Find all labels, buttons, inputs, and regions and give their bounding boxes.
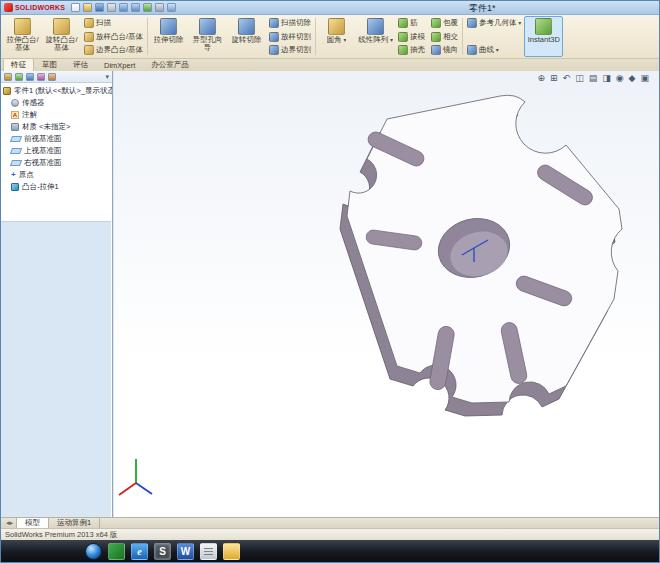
curves-icon (467, 45, 477, 55)
tab-sketch[interactable]: 草图 (34, 58, 65, 71)
draft-icon (398, 32, 408, 42)
start-button[interactable] (85, 543, 102, 560)
quick-access-toolbar (71, 3, 176, 12)
intersect-button[interactable]: 相交 (430, 32, 459, 42)
save-icon[interactable] (95, 3, 104, 12)
part-icon (3, 87, 11, 95)
titlebar: SOLIDWORKS 零件1* (1, 1, 660, 15)
solidworks-icon[interactable]: S (154, 543, 171, 560)
tab-model[interactable]: 模型 (16, 518, 49, 528)
boss-extrude-tree-icon (11, 183, 19, 191)
tree-item-annotations[interactable]: 注解 (3, 109, 112, 121)
reference-geometry-button[interactable]: 参考几何体 (466, 18, 522, 28)
hole-wizard-icon (199, 18, 216, 35)
extruded-boss-button[interactable]: 拉伸凸台/基体 (3, 16, 42, 57)
tree-item-sensors[interactable]: 传感器 (3, 97, 112, 109)
lofted-cut-button[interactable]: 放样切割 (268, 32, 312, 42)
solidworks-menu-button[interactable]: SOLIDWORKS (4, 3, 65, 12)
hole-wizard-button[interactable]: 异型孔向导 (188, 16, 227, 57)
options-icon[interactable] (155, 3, 164, 12)
word-icon[interactable]: W (177, 543, 194, 560)
curves-button[interactable]: 曲线 (466, 45, 522, 55)
dimxpertmanager-icon[interactable] (37, 73, 45, 81)
notepad-icon[interactable] (200, 543, 217, 560)
swept-cut-button[interactable]: 扫描切除 (268, 18, 312, 28)
boundary-boss-button[interactable]: 边界凸台/基体 (83, 45, 144, 55)
mirror-button[interactable]: 镜向 (430, 45, 459, 55)
command-manager: 拉伸凸台/基体 旋转凸台/基体 扫描 放样凸台/基体 边界凸台/基体 (1, 15, 660, 59)
new-document-icon[interactable] (71, 3, 80, 12)
edit-appearance-icon[interactable]: ◆ (629, 72, 636, 84)
apply-scene-icon[interactable]: ▣ (640, 72, 649, 84)
rib-button[interactable]: 筋 (397, 18, 426, 28)
tree-item-right-plane[interactable]: 右视基准面 (3, 157, 112, 169)
document-title: 零件1* (469, 2, 496, 15)
panel-flyout-icon[interactable] (105, 73, 109, 81)
fillet-icon (328, 18, 345, 35)
shell-button[interactable]: 抽壳 (397, 45, 426, 55)
tree-item-material[interactable]: 材质 <未指定> (3, 121, 112, 133)
tab-scroll-icon[interactable] (3, 518, 16, 528)
rebuild-icon[interactable] (143, 3, 152, 12)
revolved-cut-icon (238, 18, 255, 35)
tab-dimxpert[interactable]: DimXpert (96, 59, 143, 71)
display-style-icon[interactable]: ◨ (602, 72, 611, 84)
previous-view-icon[interactable]: ↶ (563, 72, 571, 84)
command-tabs: 特征 草图 评估 DimXpert 办公室产品 (1, 59, 660, 71)
app-launcher-icon[interactable] (108, 543, 125, 560)
tree-item-top-plane[interactable]: 上视基准面 (3, 145, 112, 157)
revolved-cut-button[interactable]: 旋转切除 (227, 16, 266, 57)
tree-item-front-plane[interactable]: 前视基准面 (3, 133, 112, 145)
tree-item-origin[interactable]: 原点 (3, 169, 112, 181)
open-icon[interactable] (83, 3, 92, 12)
boundary-boss-icon (84, 45, 94, 55)
tree-item-boss-extrude1[interactable]: 凸台-拉伸1 (3, 181, 112, 193)
draft-button[interactable]: 拔模 (397, 32, 426, 42)
propertymanager-icon[interactable] (15, 73, 23, 81)
wrap-button[interactable]: 包覆 (430, 18, 459, 28)
tab-features[interactable]: 特征 (3, 58, 34, 71)
section-view-icon[interactable]: ◫ (575, 72, 584, 84)
plane-icon (10, 160, 22, 166)
model-3d[interactable] (114, 71, 659, 517)
reference-geometry-icon (467, 18, 477, 28)
swept-boss-button[interactable]: 扫描 (83, 18, 144, 28)
hide-show-items-icon[interactable]: ◉ (616, 72, 624, 84)
lofted-boss-icon (84, 32, 94, 42)
folder-icon[interactable] (223, 543, 240, 560)
redo-icon[interactable] (131, 3, 140, 12)
mirror-icon (431, 45, 441, 55)
heads-up-toolbar: ⊕ ⊞ ↶ ◫ ▤ ◨ ◉ ◆ ▣ (538, 72, 649, 84)
view-orientation-icon[interactable]: ▤ (589, 72, 598, 84)
zoom-area-icon[interactable]: ⊞ (550, 72, 558, 84)
boundary-cut-icon (269, 45, 279, 55)
plane-icon (10, 148, 22, 154)
zoom-fit-icon[interactable]: ⊕ (538, 72, 546, 84)
help-icon[interactable] (167, 3, 176, 12)
status-text: SolidWorks Premium 2013 x64 版 (5, 530, 117, 540)
brand-text: SOLIDWORKS (15, 4, 65, 11)
tab-evaluate[interactable]: 评估 (65, 58, 96, 71)
origin-icon (11, 171, 16, 179)
configurationmanager-icon[interactable] (26, 73, 34, 81)
extruded-boss-icon (14, 18, 31, 35)
tab-motion-study[interactable]: 运动算例1 (49, 518, 100, 528)
featuremanager-icon[interactable] (4, 73, 12, 81)
tree-root[interactable]: 零件1 (默认<<默认>_显示状态 (3, 85, 112, 97)
extruded-cut-button[interactable]: 拉伸切除 (149, 16, 188, 57)
print-icon[interactable] (107, 3, 116, 12)
linear-pattern-button[interactable]: 线性阵列 (356, 16, 395, 57)
wrap-icon (431, 18, 441, 28)
displaymanager-icon[interactable] (48, 73, 56, 81)
graphics-area[interactable]: ⊕ ⊞ ↶ ◫ ▤ ◨ ◉ ◆ ▣ (114, 71, 659, 517)
undo-icon[interactable] (119, 3, 128, 12)
intersect-icon (431, 32, 441, 42)
tab-office-products[interactable]: 办公室产品 (143, 58, 197, 71)
fillet-button[interactable]: 圆角 (317, 16, 356, 57)
instant3d-button[interactable]: Instant3D (524, 16, 563, 57)
internet-explorer-icon[interactable]: e (131, 543, 148, 560)
revolved-boss-button[interactable]: 旋转凸台/基体 (42, 16, 81, 57)
boundary-cut-button[interactable]: 边界切割 (268, 45, 312, 55)
instant3d-icon (535, 18, 552, 35)
lofted-boss-button[interactable]: 放样凸台/基体 (83, 32, 144, 42)
